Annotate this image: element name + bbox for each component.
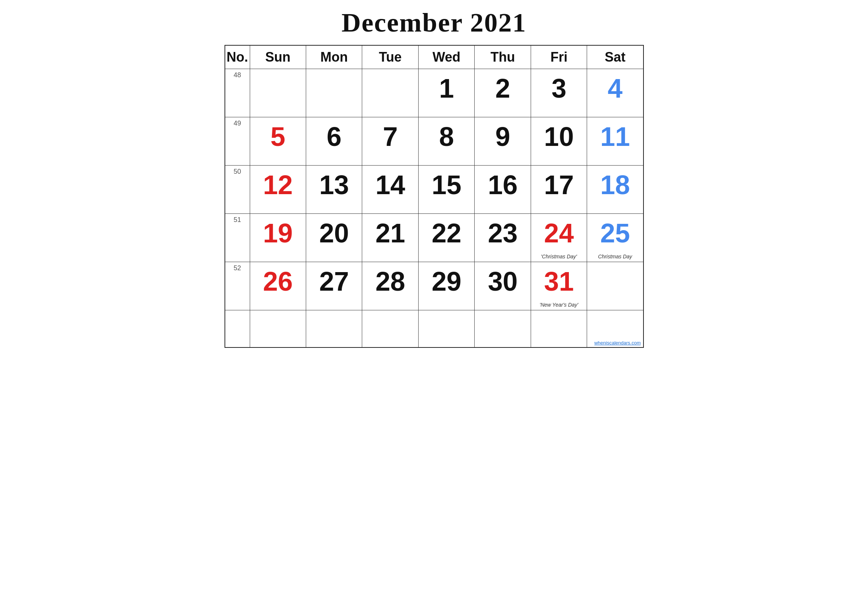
day-cell: 23 (474, 214, 531, 262)
day-number: 12 (252, 172, 304, 198)
day-number: 8 (420, 123, 473, 150)
day-number: 29 (420, 268, 473, 295)
day-cell: 3 (531, 69, 587, 117)
day-number: 13 (308, 172, 360, 198)
day-cell: 31'New Year's Day' (531, 262, 587, 310)
header-fri: Fri (531, 45, 587, 69)
week-number: 49 (225, 117, 250, 166)
day-number: 19 (252, 220, 304, 247)
day-number: 18 (589, 172, 641, 198)
day-cell (250, 310, 306, 347)
day-number: 22 (420, 220, 473, 247)
calendar-body: 4812344956789101150121314151617185119202… (225, 69, 643, 347)
holiday-label: 'Christmas Day' (531, 254, 587, 259)
day-cell: 7 (362, 117, 418, 166)
day-cell: 6 (306, 117, 362, 166)
header-wed: Wed (418, 45, 474, 69)
day-cell: 19 (250, 214, 306, 262)
day-number: 31 (533, 268, 585, 295)
day-number: 24 (533, 220, 585, 247)
day-cell: 27 (306, 262, 362, 310)
header-sat: Sat (587, 45, 643, 69)
header-no: No. (225, 45, 250, 69)
day-cell: 5 (250, 117, 306, 166)
day-number: 14 (364, 172, 416, 198)
day-cell: 13 (306, 166, 362, 214)
day-cell: 22 (418, 214, 474, 262)
day-cell: 28 (362, 262, 418, 310)
week-number: 51 (225, 214, 250, 262)
day-cell: 8 (418, 117, 474, 166)
header-row: No. Sun Mon Tue Wed Thu Fri Sat (225, 45, 643, 69)
day-number: 26 (252, 268, 304, 295)
day-cell: 25Christmas Day (587, 214, 643, 262)
header-thu: Thu (474, 45, 531, 69)
header-sun: Sun (250, 45, 306, 69)
day-number: 25 (589, 220, 641, 247)
week-row: 49567891011 (225, 117, 643, 166)
day-cell: 21 (362, 214, 418, 262)
day-number: 9 (476, 123, 529, 150)
day-cell: 1 (418, 69, 474, 117)
week-row: 51192021222324'Christmas Day'25Christmas… (225, 214, 643, 262)
day-number: 11 (589, 123, 641, 150)
day-cell: 29 (418, 262, 474, 310)
week-row: 481234 (225, 69, 643, 117)
day-cell: 30 (474, 262, 531, 310)
day-number: 21 (364, 220, 416, 247)
calendar-table: No. Sun Mon Tue Wed Thu Fri Sat 48123449… (225, 45, 644, 348)
day-cell (587, 262, 643, 310)
day-cell (531, 310, 587, 347)
day-cell: 2 (474, 69, 531, 117)
week-number: 50 (225, 166, 250, 214)
day-cell: 12 (250, 166, 306, 214)
day-number: 17 (533, 172, 585, 198)
day-number: 10 (533, 123, 585, 150)
day-cell (306, 310, 362, 347)
day-cell (418, 310, 474, 347)
day-number: 30 (476, 268, 529, 295)
day-cell: 18 (587, 166, 643, 214)
day-cell: 4 (587, 69, 643, 117)
day-number: 27 (308, 268, 360, 295)
watermark[interactable]: wheniscalendars.com (594, 340, 640, 346)
holiday-label: 'New Year's Day' (531, 302, 587, 308)
calendar-title: December 2021 (225, 8, 644, 38)
day-number: 2 (476, 75, 529, 102)
day-number: 20 (308, 220, 360, 247)
day-number: 1 (420, 75, 473, 102)
header-tue: Tue (362, 45, 418, 69)
day-number: 7 (364, 123, 416, 150)
day-cell (362, 69, 418, 117)
day-cell (306, 69, 362, 117)
day-number: 5 (252, 123, 304, 150)
week-row: 5012131415161718 (225, 166, 643, 214)
day-number: 16 (476, 172, 529, 198)
day-number: 28 (364, 268, 416, 295)
day-cell: 14 (362, 166, 418, 214)
day-number: 4 (589, 75, 641, 102)
day-cell (474, 310, 531, 347)
day-cell: 17 (531, 166, 587, 214)
day-cell: 24'Christmas Day' (531, 214, 587, 262)
day-cell: wheniscalendars.com (587, 310, 643, 347)
day-number: 6 (308, 123, 360, 150)
day-cell (250, 69, 306, 117)
week-number: 48 (225, 69, 250, 117)
day-cell: 11 (587, 117, 643, 166)
day-number: 3 (533, 75, 585, 102)
holiday-label: Christmas Day (587, 254, 643, 259)
day-cell: 9 (474, 117, 531, 166)
week-row: wheniscalendars.com (225, 310, 643, 347)
day-number: 23 (476, 220, 529, 247)
day-cell: 15 (418, 166, 474, 214)
day-cell: 16 (474, 166, 531, 214)
calendar-container: December 2021 No. Sun Mon Tue Wed Thu Fr… (225, 8, 644, 348)
header-mon: Mon (306, 45, 362, 69)
week-number (225, 310, 250, 347)
week-number: 52 (225, 262, 250, 310)
day-cell: 10 (531, 117, 587, 166)
week-row: 52262728293031'New Year's Day' (225, 262, 643, 310)
day-number: 15 (420, 172, 473, 198)
day-cell: 20 (306, 214, 362, 262)
